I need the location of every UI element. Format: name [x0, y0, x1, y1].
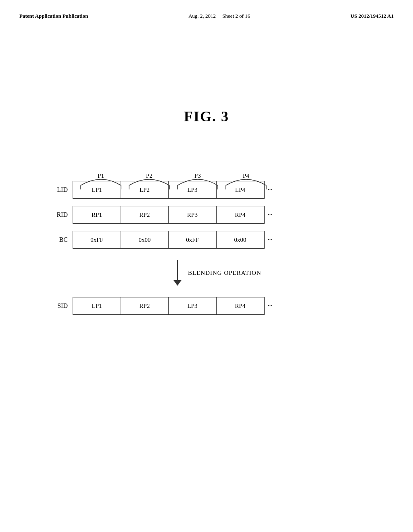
blending-operation-label: BLENDING OPERATION [188, 270, 261, 276]
sid-row: SID LP1 RP2 LP3 RP4 ··· [40, 297, 379, 315]
rid-cell-4: RP4 [216, 206, 265, 224]
rid-cell-2: RP2 [121, 206, 169, 224]
header-left: Patent Application Publication [19, 13, 88, 19]
blending-section: BLENDING OPERATION [77, 260, 379, 286]
rid-label: RID [40, 211, 73, 218]
figure-title: FIG. 3 [0, 108, 413, 125]
bc-ellipsis: ··· [268, 236, 273, 243]
page-header: Patent Application Publication Aug. 2, 2… [0, 0, 413, 19]
header-sheet: Sheet 2 of 16 [222, 13, 250, 19]
header-right: US 2012/194512 A1 [350, 13, 394, 19]
rid-ellipsis: ··· [268, 211, 273, 218]
down-arrow [173, 260, 181, 286]
bc-cell-3: 0xFF [168, 231, 217, 249]
rid-cell-1: RP1 [73, 206, 121, 224]
bc-cells: 0xFF 0x00 0xFF 0x00 [73, 231, 265, 249]
sid-label: SID [40, 302, 73, 310]
sid-cell-2: RP2 [121, 297, 169, 315]
sid-cell-4: RP4 [216, 297, 265, 315]
rid-row: RID RP1 RP2 RP3 RP4 ··· [40, 206, 379, 224]
bc-cell-4: 0x00 [216, 231, 265, 249]
sid-cell-3: LP3 [168, 297, 217, 315]
bc-row: BC 0xFF 0x00 0xFF 0x00 ··· [40, 231, 379, 249]
bc-cell-2: 0x00 [121, 231, 169, 249]
lid-label: LID [40, 186, 73, 193]
sid-cell-1: LP1 [73, 297, 121, 315]
bc-label: BC [40, 236, 73, 243]
rid-cell-3: RP3 [168, 206, 217, 224]
diagram-container: P1 P2 P3 P4 LID LP1 LP2 LP3 LP4 ··· RID … [40, 169, 379, 322]
bracket-arcs [77, 169, 286, 190]
sid-cells: LP1 RP2 LP3 RP4 [73, 297, 265, 315]
bc-cell-1: 0xFF [73, 231, 121, 249]
sid-ellipsis: ··· [268, 302, 273, 310]
rid-cells: RP1 RP2 RP3 RP4 [73, 206, 265, 224]
header-center: Aug. 2, 2012 Sheet 2 of 16 [188, 13, 250, 19]
header-date: Aug. 2, 2012 [188, 13, 216, 19]
